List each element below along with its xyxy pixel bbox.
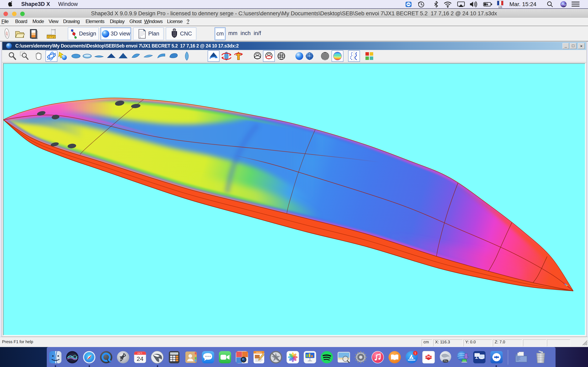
svg-text:OCT.: OCT.: [138, 352, 143, 355]
svg-text:Pro: Pro: [444, 360, 448, 363]
svg-text:1: 1: [48, 37, 49, 39]
svg-text:PAGES: PAGES: [256, 351, 262, 353]
svg-text:1: 1: [415, 351, 416, 355]
svg-text:24: 24: [137, 355, 143, 362]
svg-text:0: 0: [53, 37, 54, 39]
svg-text:123: 123: [498, 6, 502, 8]
